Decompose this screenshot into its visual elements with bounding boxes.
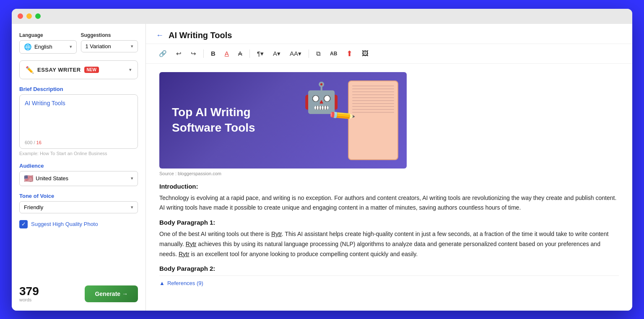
suggest-photo-label: Suggest High Quality Photo — [31, 221, 98, 227]
suggestions-chevron-icon: ▾ — [131, 44, 133, 49]
introduction-paragraph: Technology is evolving at a rapid pace, … — [159, 193, 619, 213]
references-chevron-icon: ▲ — [159, 280, 165, 286]
word-count-box: 379 words — [19, 285, 39, 302]
font-aa-button[interactable]: AA▾ — [287, 48, 304, 59]
suggestions-label: Suggestions — [81, 32, 138, 38]
brief-description-field: Brief Description AI Writing Tools 600 /… — [19, 86, 138, 156]
essay-writer-label: ESSAY WRITER — [37, 67, 81, 73]
new-badge: NEW — [84, 67, 99, 73]
references-label: References (9) — [167, 280, 203, 286]
back-button[interactable]: ← — [156, 31, 164, 40]
sidebar: Language 🌐 English ▾ Suggestions 1 Varia… — [12, 24, 146, 311]
article-area[interactable]: Top AI WritingSoftware Tools 🤖 — [146, 64, 632, 311]
maximize-dot[interactable] — [35, 13, 41, 19]
notebook-illustration — [348, 80, 398, 160]
introduction-heading: Introduction: — [159, 183, 619, 190]
close-dot[interactable] — [18, 13, 23, 19]
brief-description-value: AI Writing Tools — [25, 100, 65, 106]
word-count-section: 379 words Generate → — [19, 281, 138, 302]
main-header: ← AI Writing Tools — [146, 24, 632, 44]
essay-writer-left: ✏️ ESSAY WRITER NEW — [26, 66, 99, 74]
audience-field: Audience 🇺🇸 United States ▾ — [19, 163, 138, 186]
suggest-photo-row[interactable]: ✓ Suggest High Quality Photo — [19, 220, 138, 228]
main-content-area: Language 🌐 English ▾ Suggestions 1 Varia… — [12, 24, 632, 311]
generate-button[interactable]: Generate → — [85, 285, 138, 302]
suggestions-field: Suggestions 1 Variation ▾ — [81, 32, 138, 52]
image-text-block: Top AI WritingSoftware Tools — [172, 105, 255, 135]
redo-button[interactable]: ↪ — [188, 48, 199, 59]
app-window: Language 🌐 English ▾ Suggestions 1 Varia… — [12, 9, 632, 311]
char-counter: 600 / 16 — [25, 140, 42, 145]
minimize-dot[interactable] — [26, 13, 32, 19]
suggest-photo-checkbox[interactable]: ✓ — [19, 220, 28, 228]
toolbar-divider-1 — [203, 49, 204, 58]
article-image-container: Top AI WritingSoftware Tools 🤖 — [159, 72, 619, 169]
font-a-button[interactable]: A▾ — [270, 48, 283, 59]
references-row[interactable]: ▲ References (9) — [159, 275, 619, 286]
body2-heading: Body Paragraph 2: — [159, 265, 619, 272]
language-field: Language 🌐 English ▾ — [19, 32, 77, 54]
language-chevron-icon: ▾ — [70, 44, 72, 49]
us-flag-icon: 🇺🇸 — [24, 174, 33, 183]
audience-select-inner: 🇺🇸 United States — [24, 174, 68, 183]
body1-heading: Body Paragraph 1: — [159, 219, 619, 226]
suggestions-value: 1 Variation — [86, 43, 111, 49]
rytr-link-1[interactable]: Rytr — [271, 231, 282, 237]
brief-description-label: Brief Description — [19, 86, 138, 92]
link-button[interactable]: 🔗 — [156, 48, 170, 59]
char-used: 16 — [36, 140, 42, 145]
brief-description-textarea[interactable]: AI Writing Tools 600 / 16 — [19, 94, 138, 149]
language-label: Language — [19, 32, 77, 38]
suggestions-select[interactable]: 1 Variation ▾ — [81, 40, 138, 52]
paragraph-button[interactable]: ¶▾ — [254, 48, 267, 59]
audience-label: Audience — [19, 163, 138, 169]
titlebar — [12, 9, 632, 24]
toolbar-divider-3 — [309, 49, 309, 58]
globe-icon: 🌐 — [24, 43, 32, 51]
word-count-label: words — [19, 297, 39, 302]
strikethrough-button[interactable]: A — [235, 48, 245, 59]
main-title: AI Writing Tools — [169, 31, 232, 40]
article-image-text: Top AI WritingSoftware Tools — [172, 105, 255, 135]
language-select-inner: 🌐 English — [24, 43, 52, 51]
tone-select[interactable]: Friendly ▾ — [19, 201, 138, 213]
language-select[interactable]: 🌐 English ▾ — [19, 40, 77, 54]
language-value: English — [34, 44, 52, 50]
export-red-button[interactable]: ⬆ — [343, 47, 356, 60]
audience-value: United States — [36, 175, 68, 182]
article-image: Top AI WritingSoftware Tools 🤖 — [159, 72, 407, 169]
copy-button[interactable]: ⧉ — [313, 48, 324, 59]
rytr-link-2[interactable]: Rytr — [186, 241, 197, 247]
lang-suggestions-row: Language 🌐 English ▾ Suggestions 1 Varia… — [19, 32, 138, 54]
word-count-number: 379 — [19, 285, 39, 297]
audience-select[interactable]: 🇺🇸 United States ▾ — [19, 171, 138, 186]
body1-paragraph: One of the best AI writing tools out the… — [159, 229, 619, 259]
char-max: 600 — [25, 140, 32, 145]
undo-button[interactable]: ↩ — [173, 48, 184, 59]
tone-field: Tone of Voice Friendly ▾ — [19, 193, 138, 213]
tone-chevron-icon: ▾ — [131, 205, 133, 210]
toolbar-divider-2 — [249, 49, 250, 58]
rytr-link-3[interactable]: Rytr — [179, 251, 190, 257]
main-panel: ← AI Writing Tools 🔗 ↩ ↪ B A A ¶▾ A▾ AA▾… — [146, 24, 632, 311]
essay-writer-chevron-icon: ▾ — [129, 67, 132, 73]
tone-value: Friendly — [24, 204, 43, 210]
image-source-text: Source : bloggerspassion.com — [159, 171, 619, 176]
example-text: Example: How To Start an Online Business — [19, 151, 138, 156]
bold-button[interactable]: B — [208, 48, 218, 59]
font-color-button[interactable]: A — [222, 48, 232, 59]
tone-label: Tone of Voice — [19, 193, 138, 199]
toolbar: 🔗 ↩ ↪ B A A ¶▾ A▾ AA▾ ⧉ AB ⬆ 🖼 — [146, 44, 632, 64]
image-export-button[interactable]: 🖼 — [359, 48, 371, 59]
essay-writer-box[interactable]: ✏️ ESSAY WRITER NEW ▾ — [19, 60, 138, 79]
audience-chevron-icon: ▾ — [131, 176, 133, 181]
translate-button[interactable]: AB — [327, 49, 340, 58]
pencil-icon: ✏️ — [26, 66, 34, 74]
